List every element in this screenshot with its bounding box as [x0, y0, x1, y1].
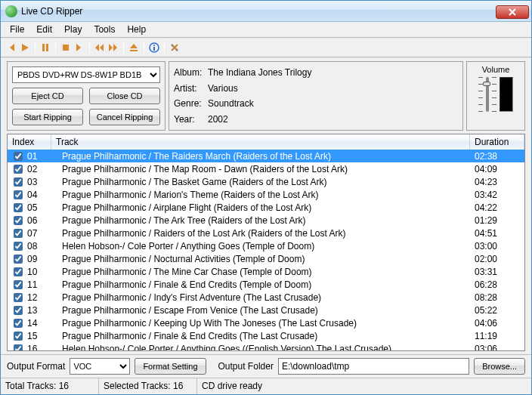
start-ripping-button[interactable]: Start Ripping [12, 109, 83, 125]
track-title: Helen Hobson-/ Cole Porter / Anything Go… [51, 241, 470, 252]
app-window: Live CD Ripper File Edit Play Tools Help [0, 0, 532, 395]
year-value: 2002 [208, 114, 458, 125]
track-checkbox[interactable] [14, 152, 23, 161]
svg-rect-1 [46, 44, 48, 51]
info-button[interactable] [148, 42, 160, 54]
table-row[interactable]: 06Prague Philharmonic / The Ark Tree (Ra… [8, 214, 524, 227]
track-checkbox[interactable] [14, 216, 23, 225]
statusbar: Total Tracks: 16 Selected Tracks: 16 CD … [1, 378, 531, 394]
menu-file[interactable]: File [4, 23, 30, 36]
output-format-select[interactable]: VOC [70, 358, 130, 375]
track-checkbox[interactable] [14, 165, 23, 174]
track-checkbox[interactable] [14, 280, 23, 289]
prev-button[interactable] [5, 42, 17, 54]
track-checkbox[interactable] [14, 267, 23, 276]
volume-panel: Volume [466, 61, 525, 131]
year-label: Year: [174, 114, 208, 125]
track-duration: 04:51 [470, 228, 524, 239]
table-row[interactable]: 14Prague Philharmonic / Keeping Up With … [8, 316, 524, 329]
format-setting-button[interactable]: Format Setting [135, 358, 206, 375]
track-checkbox[interactable] [14, 319, 23, 328]
menu-tools[interactable]: Tools [88, 23, 121, 36]
stop-button[interactable] [60, 42, 72, 54]
settings-button[interactable] [169, 42, 181, 54]
output-folder-input[interactable] [278, 358, 469, 375]
toolbar [1, 39, 531, 57]
track-duration: 11:19 [470, 331, 524, 341]
next-button[interactable] [73, 42, 85, 54]
tracklist: Index Track Duration 01Prague Philharmon… [7, 134, 525, 351]
table-row[interactable]: 03Prague Philharmonic / The Basket Game … [8, 175, 524, 188]
track-duration: 03:31 [470, 267, 524, 277]
eject-button[interactable] [128, 42, 140, 54]
status-selected: Selected Tracks: 16 [99, 378, 197, 394]
info-icon [149, 42, 159, 53]
track-title: Prague Philharmonic / Finale & End Credi… [51, 279, 470, 290]
table-row[interactable]: 07Prague Philharmonic / Raiders of the L… [8, 227, 524, 239]
track-duration: 02:00 [470, 254, 524, 264]
track-index: 01 [27, 151, 37, 162]
menu-help[interactable]: Help [121, 23, 152, 36]
track-duration: 06:28 [470, 279, 524, 290]
table-row[interactable]: 11Prague Philharmonic / Finale & End Cre… [8, 278, 524, 291]
track-duration: 02:38 [470, 151, 524, 162]
track-checkbox[interactable] [14, 306, 23, 315]
tracklist-body[interactable]: 01Prague Philharmonic / The Raiders Marc… [8, 150, 524, 350]
table-row[interactable]: 04Prague Philharmonic / Marion's Theme (… [8, 188, 524, 201]
menubar: File Edit Play Tools Help [1, 22, 531, 37]
table-row[interactable]: 12Prague Philharmonic / Indy's First Adv… [8, 291, 524, 304]
track-checkbox[interactable] [14, 332, 23, 341]
volume-thumb[interactable] [483, 82, 490, 86]
pause-button[interactable] [39, 42, 51, 54]
track-duration: 03:00 [470, 241, 524, 252]
eject-cd-button[interactable]: Eject CD [12, 88, 83, 104]
close-button[interactable] [496, 5, 529, 19]
table-row[interactable]: 02Prague Philharmonic / The Map Room - D… [8, 162, 524, 175]
table-row[interactable]: 10Prague Philharmonic / The Mine Car Cha… [8, 265, 524, 278]
track-index: 06 [27, 215, 37, 226]
track-index: 07 [27, 228, 37, 239]
close-icon [508, 8, 517, 16]
table-row[interactable]: 13Prague Philharmonic / Escape From Veni… [8, 304, 524, 316]
table-row[interactable]: 05Prague Philharmonic / Airplane Flight … [8, 201, 524, 214]
play-button[interactable] [19, 42, 31, 54]
rewind-icon [94, 43, 105, 52]
track-index: 16 [27, 344, 37, 351]
track-title: Helen Hobson-/ Cole Porter / Anything Go… [51, 344, 470, 351]
table-row[interactable]: 08Helen Hobson-/ Cole Porter / Anything … [8, 239, 524, 252]
track-checkbox[interactable] [14, 190, 23, 199]
track-checkbox[interactable] [14, 293, 23, 302]
track-checkbox[interactable] [14, 242, 23, 251]
menu-edit[interactable]: Edit [30, 23, 58, 36]
drive-select[interactable]: PBDS DVD+RW DS-8W1P BD1B [12, 66, 160, 83]
output-folder-label: Output Folder [218, 361, 274, 372]
table-row[interactable]: 16Helen Hobson-/ Cole Porter / Anything … [8, 342, 524, 350]
col-index[interactable]: Index [8, 134, 51, 150]
upper-panels: PBDS DVD+RW DS-8W1P BD1B Eject CD Close … [1, 58, 531, 134]
track-title: Prague Philharmonic / Raiders of the Los… [51, 228, 470, 239]
bottom-bar: Output Format VOC Format Setting Output … [1, 354, 531, 378]
col-duration[interactable]: Duration [470, 134, 524, 150]
table-row[interactable]: 01Prague Philharmonic / The Raiders Marc… [8, 150, 524, 162]
table-row[interactable]: 09Prague Philharmonic / Nocturnal Activi… [8, 252, 524, 265]
close-cd-button[interactable]: Close CD [89, 88, 160, 104]
album-label: Album: [174, 67, 208, 78]
track-checkbox[interactable] [14, 177, 23, 187]
fastforward-icon [108, 43, 119, 52]
fastforward-button[interactable] [107, 42, 119, 54]
drive-panel: PBDS DVD+RW DS-8W1P BD1B Eject CD Close … [7, 61, 165, 131]
cancel-ripping-button[interactable]: Cancel Ripping [89, 109, 160, 125]
rewind-button[interactable] [94, 42, 106, 54]
col-track[interactable]: Track [51, 134, 470, 150]
track-title: Prague Philharmonic / Keeping Up With Th… [51, 318, 470, 329]
menu-play[interactable]: Play [58, 23, 88, 36]
track-checkbox[interactable] [14, 203, 23, 212]
volume-meter [500, 77, 513, 112]
volume-slider[interactable] [486, 77, 489, 112]
track-index: 12 [27, 292, 37, 303]
browse-button[interactable]: Browse... [474, 358, 525, 375]
track-checkbox[interactable] [14, 229, 23, 238]
track-checkbox[interactable] [14, 255, 23, 264]
track-checkbox[interactable] [14, 344, 23, 351]
table-row[interactable]: 15Prague Philharmonic / Finale & End Cre… [8, 329, 524, 342]
